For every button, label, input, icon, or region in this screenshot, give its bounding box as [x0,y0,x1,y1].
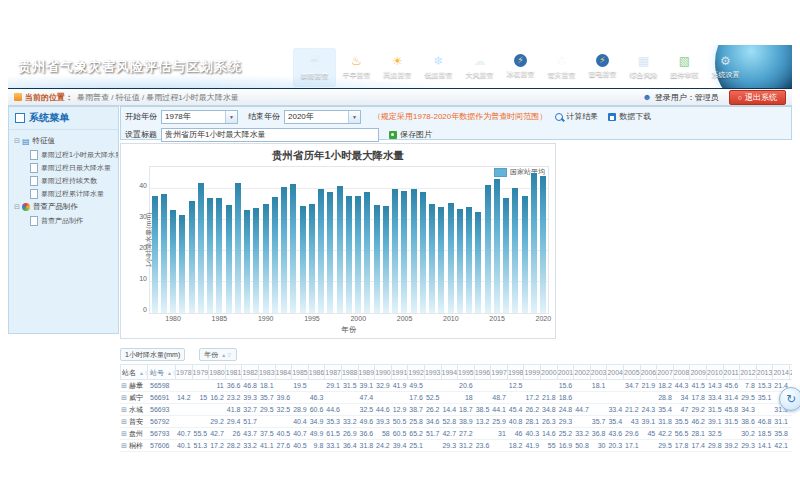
col-header-name[interactable]: 站名▲▽ [120,364,148,380]
value-field-chip[interactable]: 1小时降水量(mm) [120,348,185,361]
col-header-year[interactable]: 2008 [674,364,691,380]
column-field-chip[interactable]: 年份 ▲▽ [199,348,237,361]
bar-2010[interactable] [448,203,454,313]
col-header-year[interactable]: 1994 [442,364,459,380]
bar-1988[interactable] [244,210,250,313]
bar-1986[interactable] [226,205,232,313]
floating-widget-button[interactable]: ↻ [779,387,800,411]
start-year-select[interactable]: 1978年 ▼ [161,110,238,124]
bar-1992[interactable] [281,187,287,313]
station-name-cell[interactable]: ⊞桐梓 [120,440,148,452]
col-header-year[interactable]: 1987 [325,364,342,380]
col-header-year[interactable]: 1978 [176,364,193,380]
col-header-year[interactable]: 1991 [392,364,409,380]
col-header-year[interactable]: 2015 [790,364,792,380]
sidebar-item[interactable]: 暴雨过程1小时最大降水量 [30,148,118,161]
bar-1982[interactable] [189,201,195,313]
bar-2007[interactable] [420,192,426,313]
bar-2016[interactable] [503,198,509,313]
col-header-year[interactable]: 2002 [574,364,591,380]
bar-1984[interactable] [207,198,213,313]
col-header-year[interactable]: 2011 [724,364,741,380]
expand-icon[interactable]: ⊞ [121,442,127,449]
bar-2004[interactable] [392,189,398,313]
bar-1996[interactable] [318,189,324,313]
bar-2018[interactable] [522,196,528,313]
bar-1987[interactable] [235,183,241,313]
expand-icon[interactable]: ⊞ [121,430,127,437]
sidebar-group[interactable]: ⊟普查产品制作 [14,200,118,214]
nav-item[interactable]: ⚡雷电普查 [582,48,623,85]
col-header-year[interactable]: 2013 [757,364,774,380]
chart-title-input[interactable] [161,128,379,142]
bar-1995[interactable] [309,204,315,313]
nav-item[interactable]: ▦综合风险 [623,48,664,85]
bar-1990[interactable] [263,204,269,313]
expand-icon[interactable]: ⊞ [121,382,127,389]
col-header-year[interactable]: 2012 [740,364,757,380]
data-download-button[interactable]: 数据下载 [608,111,651,122]
bar-2008[interactable] [429,204,435,313]
save-image-button[interactable]: 保存图片 [389,129,432,140]
sidebar-item[interactable]: 暴雨过程持续天数 [30,174,118,187]
col-header-year[interactable]: 1980 [209,364,226,380]
col-header-id[interactable]: 站号▲▽ [148,364,176,380]
nav-item[interactable]: ▧图件审核 [664,48,705,85]
col-header-year[interactable]: 2007 [657,364,674,380]
bar-1980[interactable] [170,210,176,313]
nav-item[interactable]: ☔暴雨普查 [293,48,336,87]
col-header-year[interactable]: 1988 [342,364,359,380]
bar-2012[interactable] [466,207,472,313]
bar-2011[interactable] [457,209,463,313]
bar-2000[interactable] [355,196,361,313]
sidebar-item[interactable]: 普查产品制作 [30,214,118,227]
expand-icon[interactable]: ⊞ [121,406,127,413]
col-header-year[interactable]: 1997 [491,364,508,380]
bar-1979[interactable] [161,194,167,313]
bar-2017[interactable] [512,188,518,313]
nav-item[interactable]: ☀高温普查 [377,48,418,85]
bar-2002[interactable] [374,205,380,313]
col-header-year[interactable]: 1979 [193,364,210,380]
col-header-year[interactable]: 1999 [524,364,541,380]
nav-item[interactable]: ⚙系统设置 [705,48,746,85]
station-name-cell[interactable]: ⊞盘州 [120,428,148,440]
col-header-year[interactable]: 1982 [242,364,259,380]
expand-icon[interactable]: ⊞ [121,418,127,425]
logout-button[interactable]: ○ 退出系统 [729,90,786,105]
col-header-year[interactable]: 1984 [276,364,293,380]
sidebar-item[interactable]: 暴雨过程累计降水量 [30,187,118,200]
bar-2013[interactable] [475,212,481,313]
nav-item[interactable]: ☃雪灾普查 [541,48,582,85]
nav-item[interactable]: ❄低温普查 [418,48,459,85]
bar-2014[interactable] [485,185,491,313]
col-header-year[interactable]: 2006 [641,364,658,380]
col-header-year[interactable]: 1985 [292,364,309,380]
station-name-cell[interactable]: ⊞威宁 [120,392,148,404]
nav-item[interactable]: ⚡冰雹普查 [500,48,541,85]
bar-2003[interactable] [383,206,389,313]
col-header-year[interactable]: 2000 [541,364,558,380]
col-header-year[interactable]: 2010 [707,364,724,380]
col-header-year[interactable]: 2014 [773,364,790,380]
bar-1997[interactable] [327,192,333,313]
col-header-year[interactable]: 1983 [259,364,276,380]
col-header-year[interactable]: 2003 [591,364,608,380]
col-header-year[interactable]: 1993 [425,364,442,380]
col-header-year[interactable]: 1989 [359,364,376,380]
col-header-year[interactable]: 2001 [558,364,575,380]
bar-2009[interactable] [438,207,444,313]
bar-2019[interactable] [531,173,537,313]
bar-2015[interactable] [494,179,500,313]
col-header-year[interactable]: 1986 [309,364,326,380]
nav-item[interactable]: ♨干旱普查 [336,48,377,85]
calculate-button[interactable]: 计算结果 [555,111,598,122]
sidebar-group[interactable]: ⊟▤特征值 [14,134,118,148]
sidebar-item[interactable]: 暴雨过程日最大降水量 [30,161,118,174]
col-header-year[interactable]: 1992 [408,364,425,380]
bar-1991[interactable] [272,197,278,313]
bar-2020[interactable] [540,176,546,313]
bar-1981[interactable] [179,215,185,313]
bar-1989[interactable] [253,208,259,313]
bar-1993[interactable] [290,184,296,313]
